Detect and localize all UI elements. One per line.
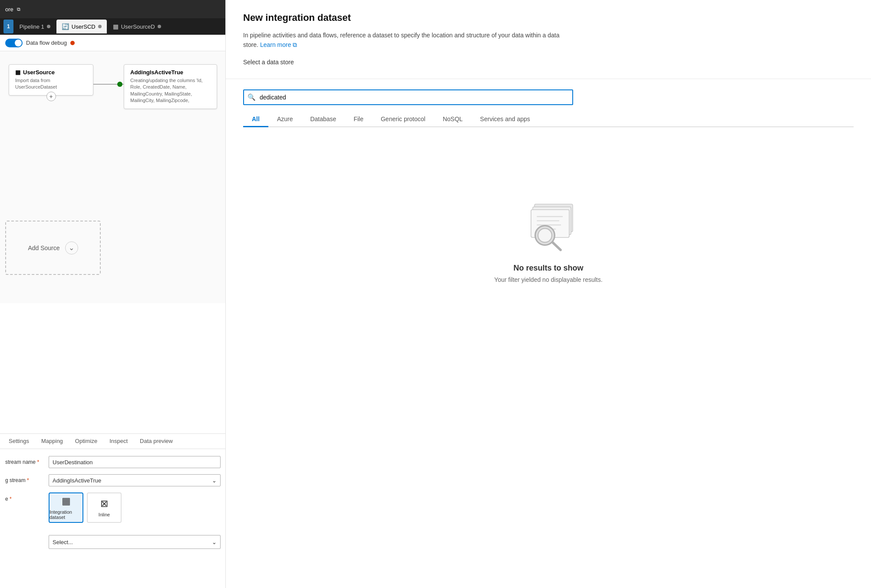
- filter-tab-file[interactable]: File: [345, 112, 372, 127]
- stream-name-label: stream name *: [5, 459, 44, 465]
- tab-userscd-label: UserSCD: [72, 23, 96, 30]
- learn-more-link[interactable]: Learn more ⧉: [260, 41, 297, 48]
- adding-active-desc: Creating/updating the columns 'Id, Role,…: [130, 77, 211, 104]
- tab-settings[interactable]: Settings: [3, 436, 34, 447]
- svg-line-9: [553, 242, 561, 250]
- usersourced-icon: ▦: [113, 23, 119, 30]
- tab-userscd-dot: [98, 25, 102, 28]
- g-stream-select[interactable]: AddingIsActiveTrue ⌄: [49, 474, 221, 486]
- bottom-form: stream name * g stream * AddingIsActiveT…: [0, 449, 226, 588]
- search-box: 🔍: [243, 89, 573, 105]
- adding-active-true-node[interactable]: AddingIsActiveTrue Creating/updating the…: [124, 64, 217, 109]
- tab-userscd[interactable]: 🔄 UserSCD: [56, 20, 107, 33]
- add-source-label: Add Source: [28, 244, 59, 251]
- stream-name-row: stream name *: [5, 456, 221, 468]
- add-source-box[interactable]: Add Source ⌄: [5, 221, 101, 275]
- bottom-tabs: Settings Mapping Optimize Inspect Data p…: [0, 433, 226, 449]
- select-chevron-icon: ⌄: [212, 539, 217, 545]
- svg-point-8: [538, 228, 552, 242]
- pipeline-toolbar: Data flow debug: [0, 35, 225, 51]
- no-results-subtitle: Your filter yielded no displayable resul…: [494, 276, 602, 283]
- user-source-icon: ▦: [15, 69, 20, 76]
- filter-tab-generic-protocol[interactable]: Generic protocol: [372, 112, 434, 127]
- no-results-illustration: [514, 197, 583, 253]
- tab-usersourced[interactable]: ▦ UserSourceD: [108, 20, 166, 33]
- integration-dataset-icon: ▦: [62, 496, 71, 507]
- debug-status-dot: [70, 41, 75, 45]
- user-source-title: ▦ UserSource: [15, 69, 87, 76]
- no-results-area: No results to show Your filter yielded n…: [226, 197, 871, 283]
- stream-name-required: *: [37, 459, 39, 465]
- debug-toggle-switch[interactable]: [5, 39, 23, 47]
- connector-line: [93, 84, 128, 85]
- g-stream-chevron-icon: ⌄: [212, 477, 217, 484]
- filter-tab-services-apps[interactable]: Services and apps: [472, 112, 539, 127]
- search-icon: 🔍: [247, 93, 256, 101]
- g-stream-row: g stream * AddingIsActiveTrue ⌄: [5, 474, 221, 486]
- tab-usersourced-label: UserSourceD: [121, 23, 155, 30]
- top-bar: ore ⧉: [0, 0, 225, 18]
- panel-description: In pipeline activities and data flows, r…: [243, 30, 573, 50]
- tab-usersourced-dot: [158, 25, 161, 28]
- userscd-icon: 🔄: [62, 23, 69, 30]
- section-label: Select a data store: [243, 59, 854, 66]
- filter-tab-nosql[interactable]: NoSQL: [434, 112, 472, 127]
- tab-pipeline1[interactable]: Pipeline 1: [14, 20, 56, 33]
- panel-title: New integration dataset: [243, 12, 854, 23]
- search-input[interactable]: [243, 89, 573, 105]
- inline-dataset-icon: ⊠: [100, 498, 108, 509]
- type-label: e *: [5, 496, 44, 502]
- filter-tabs: All Azure Database File Generic protocol…: [243, 112, 854, 127]
- user-source-node[interactable]: ▦ UserSource Import data from UserSource…: [9, 64, 93, 96]
- right-panel: New integration dataset In pipeline acti…: [226, 0, 871, 588]
- tab-data-preview[interactable]: Data preview: [135, 436, 178, 447]
- left-panel: ore ⧉ 1 Pipeline 1 🔄 UserSCD ▦ UserSourc…: [0, 0, 226, 588]
- tab-bar: 1 Pipeline 1 🔄 UserSCD ▦ UserSourceD: [0, 18, 225, 35]
- tab-pipeline1-label: Pipeline 1: [20, 23, 44, 30]
- type-row: e * ▦ Integration dataset ⊠ Inline: [5, 492, 221, 529]
- stream-name-input[interactable]: [49, 456, 221, 468]
- tab-mapping[interactable]: Mapping: [36, 436, 68, 447]
- select-row: Select... ⌄: [5, 535, 221, 549]
- external-link-icon: ⧉: [17, 7, 20, 12]
- dataset-type-inline[interactable]: ⊠ Inline: [87, 492, 122, 523]
- add-node-btn[interactable]: +: [46, 92, 56, 101]
- no-results-title: No results to show: [513, 264, 583, 273]
- debug-toggle: Data flow debug: [5, 39, 75, 47]
- chevron-down-icon: ⌄: [65, 241, 78, 254]
- dataset-select[interactable]: Select... ⌄: [49, 535, 221, 549]
- adding-active-title: AddingIsActiveTrue: [130, 69, 211, 76]
- filter-tab-database[interactable]: Database: [301, 112, 345, 127]
- filter-tab-all[interactable]: All: [243, 112, 268, 127]
- g-stream-label: g stream *: [5, 477, 44, 483]
- panel-header: New integration dataset In pipeline acti…: [226, 0, 871, 79]
- tab-optimize[interactable]: Optimize: [70, 436, 102, 447]
- green-status-dot: [117, 82, 122, 87]
- tab-pipeline1-dot: [47, 25, 50, 28]
- user-source-desc: Import data from UserSourceDataset: [15, 77, 87, 91]
- breadcrumb-ore: ore: [5, 6, 13, 13]
- dataset-type-group: ▦ Integration dataset ⊠ Inline: [49, 492, 122, 523]
- filter-tab-azure[interactable]: Azure: [268, 112, 302, 127]
- tab-inspect[interactable]: Inspect: [104, 436, 133, 447]
- debug-label: Data flow debug: [26, 40, 67, 46]
- dataset-type-integration[interactable]: ▦ Integration dataset: [49, 492, 83, 523]
- canvas-area: ▦ UserSource Import data from UserSource…: [0, 51, 226, 303]
- tab-num[interactable]: 1: [3, 20, 13, 33]
